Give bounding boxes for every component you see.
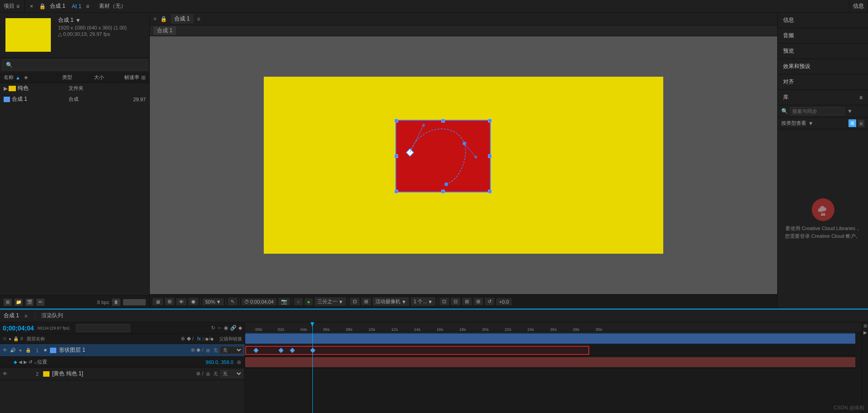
tl-link2-icon[interactable]: 🔗 (230, 325, 237, 331)
library-menu-icon[interactable]: ≡ (859, 94, 863, 101)
tab-close-icon[interactable]: × (30, 3, 33, 10)
tl-link-icon-1[interactable]: ◎ (206, 348, 210, 353)
new-folder-icon[interactable]: 📁 (15, 299, 23, 306)
comp-dropdown-icon[interactable]: ▼ (75, 17, 81, 24)
tl-keyframe-icon[interactable]: ◆ (238, 325, 242, 331)
handle-bm[interactable] (441, 190, 445, 193)
tl-position-value[interactable]: 960.0, 358.0 (206, 359, 233, 365)
folder-collapse-icon[interactable]: ▶ (4, 85, 8, 92)
tl-solo-icon[interactable]: ◉ (224, 325, 228, 331)
tl-edge-lock[interactable]: ⊞ (863, 324, 868, 328)
tl-vis-2[interactable]: 👁 (2, 371, 8, 377)
library-search-dropdown[interactable]: ▼ (847, 108, 853, 114)
grid-icon-btn[interactable]: ⊞ (165, 298, 174, 305)
camera-btn[interactable]: 活动摄像机 ▼ (373, 297, 409, 306)
quality-dropdown[interactable]: ▼ (338, 299, 343, 305)
tl-parent-select-1[interactable]: 无 (220, 346, 243, 354)
tl-track-2[interactable] (245, 356, 862, 369)
tl-name-2[interactable]: [黄色 纯色 1] (52, 370, 193, 378)
library-search-input[interactable] (790, 107, 844, 115)
channel-btn[interactable]: 1 个... ▼ (411, 297, 435, 306)
camera-dropdown[interactable]: ▼ (401, 299, 406, 305)
timecode-btn[interactable]: ⏱ 0;00;04;04 (242, 298, 276, 305)
handle-tl[interactable] (395, 119, 398, 123)
right-preview-item[interactable]: 预览 (778, 44, 868, 59)
tl-link-icon-2[interactable]: ◎ (206, 371, 210, 376)
file-row-folder[interactable]: ▶ 纯色 文件夹 (0, 83, 149, 94)
view-by-dropdown-icon[interactable]: ▼ (808, 120, 814, 127)
comp-settings-btn[interactable]: ⊡ (439, 298, 449, 305)
measure-btn[interactable]: ⊞ (473, 298, 483, 305)
footage-settings-icon[interactable]: 🎬 (25, 299, 34, 306)
select-tool-btn[interactable]: ↖ (228, 298, 237, 305)
eye-icon-btn[interactable]: 👁 (176, 298, 187, 305)
list-view-btn[interactable]: ≡ (858, 120, 864, 127)
tl-star-1[interactable]: ★ (43, 347, 48, 353)
grid-view-btn[interactable]: ⊞ (848, 119, 856, 127)
handle-tr[interactable] (488, 119, 492, 123)
region-btn[interactable]: ⊡ (451, 298, 460, 305)
comp-tab-label[interactable]: 合成 1 (50, 2, 65, 10)
offset-btn[interactable]: +0.0 (496, 298, 512, 305)
viewer-comp-tab[interactable]: 合成 1 (171, 14, 193, 24)
tl-ruler[interactable]: :00s 02s 04s 06s 08s 10s 12s 14s 16s 18s… (245, 322, 862, 332)
handle-ml[interactable] (395, 154, 398, 158)
tl-solo-1[interactable]: ● (17, 347, 24, 354)
tl-timecode-display[interactable]: 0;00;04;04 (3, 324, 34, 332)
right-align-item[interactable]: 对齐 (778, 74, 868, 90)
right-effects-item[interactable]: 效果和预设 (778, 59, 868, 74)
tl-layer-1[interactable]: 👁 🔊 ● 🔒 1 ★ 形状图层 1 单 ◆ / ◎ 无 无 (0, 344, 245, 357)
project-search-input[interactable] (15, 62, 143, 68)
tl-position-nav-right[interactable]: ▶ (24, 359, 27, 364)
snapshot-btn[interactable]: 📷 (278, 298, 290, 305)
reset-btn[interactable]: ↺ (485, 298, 494, 305)
tl-search-icon[interactable]: ↔ (217, 325, 222, 331)
zoom-dropdown[interactable]: ▼ (216, 299, 221, 305)
viewer-subtab-comp[interactable]: 合成 1 (153, 26, 176, 35)
mask-icon-btn[interactable]: ◉ (188, 298, 198, 305)
zoom-btn[interactable]: 50% ▼ (202, 298, 224, 305)
tl-layer-2[interactable]: 👁 🔊 ● 🔒 2 [黄色 纯色 1] 单 / ◎ 无 无 (0, 368, 245, 380)
viewer-canvas-area[interactable] (150, 36, 777, 294)
tl-parent-select-2[interactable]: 无 (220, 370, 243, 378)
monitor-icon-btn[interactable]: 🖥 (153, 298, 163, 305)
trash-icon[interactable]: 🗑 (112, 299, 120, 306)
right-info-item[interactable]: 信息 (778, 13, 868, 28)
render-dot-btn[interactable]: ● (305, 298, 313, 305)
channel-dropdown[interactable]: ▼ (428, 299, 433, 305)
channels-icon-btn[interactable]: ⊞ (361, 298, 371, 305)
resize-icon-btn[interactable]: ⊡ (350, 298, 360, 305)
render-queue-btn[interactable]: 渲染队列 (41, 312, 63, 320)
hamburger-icon[interactable]: ≡ (16, 3, 20, 10)
tl-position-expand[interactable]: ⌄ (34, 359, 37, 364)
right-audio-item[interactable]: 音频 (778, 28, 868, 44)
grid2-btn[interactable]: ⊞ (462, 298, 472, 305)
viewer-close-icon[interactable]: × (153, 16, 157, 22)
tl-position-kf-icon[interactable]: ◆ (14, 359, 17, 364)
tab-lock-icon[interactable]: 🔒 (39, 3, 46, 10)
project-search-bar[interactable]: 🔍 (2, 59, 148, 70)
handle-mr[interactable] (488, 154, 492, 158)
viewer-lock-icon[interactable]: 🔒 (160, 16, 167, 22)
handle-br[interactable] (488, 190, 492, 193)
viewer-menu-icon[interactable]: ≡ (197, 16, 200, 22)
tl-name-1[interactable]: 形状图层 1 (59, 346, 188, 354)
tl-vis-1[interactable]: 👁 (2, 347, 8, 354)
handle-tm[interactable] (441, 119, 445, 123)
tl-audio-1[interactable]: 🔊 (10, 347, 16, 354)
tl-ripple-icon[interactable]: ↻ (211, 325, 215, 331)
tl-position-link-icon[interactable]: ◎ (237, 359, 241, 364)
new-item-icon[interactable]: ⊞ (4, 299, 12, 306)
tl-lock-1[interactable]: 🔒 (25, 347, 31, 354)
tl-position-nav-left[interactable]: ◀ (19, 359, 22, 364)
quality-btn[interactable]: 三分之一 ▼ (315, 297, 346, 306)
pen-icon[interactable]: ✏ (36, 299, 44, 306)
render-circle-btn[interactable]: ○ (294, 298, 303, 305)
tl-search-input[interactable] (76, 324, 130, 332)
tl-track-1[interactable] (245, 332, 862, 345)
handle-bl[interactable] (395, 190, 398, 193)
red-shape-layer[interactable] (395, 120, 491, 192)
tl-edge-arrow[interactable]: ▶ (863, 330, 867, 335)
file-row-comp[interactable]: 合成 1 合成 29.97 (0, 94, 149, 105)
tab-menu-icon[interactable]: ≡ (86, 3, 89, 10)
